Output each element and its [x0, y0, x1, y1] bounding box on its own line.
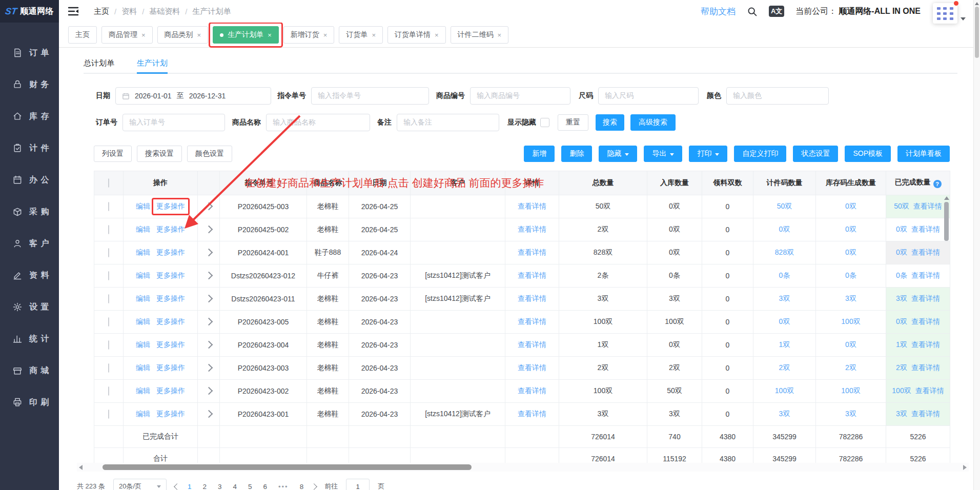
row-checkbox[interactable]: [108, 225, 109, 234]
edit-link[interactable]: 编辑: [136, 294, 150, 303]
date-range-input[interactable]: 2026-01-01 至 2026-12-31: [115, 87, 271, 105]
page-number-1[interactable]: 1: [188, 483, 192, 490]
sidebar-item-order[interactable]: 订 单: [0, 37, 59, 69]
sidebar-item-print[interactable]: 印 刷: [0, 386, 59, 418]
done-detail-link[interactable]: 查看详情: [915, 386, 944, 396]
quick-panel-widget[interactable]: [933, 3, 957, 24]
stock-qty-link[interactable]: 3双: [845, 410, 856, 418]
table-horizontal-scrollbar[interactable]: [77, 463, 969, 472]
view-detail-link[interactable]: 查看详情: [518, 202, 546, 210]
expand-row-icon[interactable]: [205, 272, 213, 280]
product-code-input[interactable]: 输入商品编号: [470, 87, 570, 105]
sidebar-item-inventory[interactable]: 库 存: [0, 100, 59, 132]
stock-qty-link[interactable]: 0双: [845, 340, 856, 349]
tab-product-manage[interactable]: 商品管理×: [101, 26, 153, 44]
more-ops-link[interactable]: 更多操作: [156, 410, 185, 418]
reset-button[interactable]: 重置: [558, 114, 588, 131]
help-doc-link[interactable]: 帮助文档: [701, 6, 736, 17]
expand-row-icon[interactable]: [205, 364, 213, 372]
piece-qty-link[interactable]: 3双: [779, 410, 790, 418]
delete-button[interactable]: 删除: [561, 146, 592, 162]
done-detail-link[interactable]: 查看详情: [911, 248, 940, 257]
page-size-select[interactable]: 20条/页: [113, 479, 167, 490]
row-checkbox[interactable]: [108, 271, 109, 280]
sidebar-item-stats[interactable]: 统 计: [0, 323, 59, 355]
piece-qty-link[interactable]: 0双: [779, 225, 790, 233]
breadcrumb-item[interactable]: 资料: [121, 7, 137, 16]
tab-piece-qrcode[interactable]: 计件二维码×: [451, 26, 509, 44]
scroll-left-arrow-icon[interactable]: [79, 465, 83, 470]
stock-qty-link[interactable]: 2双: [845, 363, 856, 372]
adv-search-button[interactable]: 高级搜索: [630, 114, 676, 131]
page-scrollbar-thumb[interactable]: [975, 7, 979, 58]
edit-link[interactable]: 编辑: [136, 248, 150, 257]
breadcrumb-item[interactable]: 主页: [94, 7, 109, 16]
prev-page-button[interactable]: [174, 483, 180, 490]
view-detail-link[interactable]: 查看详情: [518, 410, 546, 418]
row-checkbox[interactable]: [108, 202, 109, 211]
translate-icon[interactable]: A文: [769, 6, 784, 17]
sort-icon[interactable]: [277, 179, 282, 187]
stock-qty-link[interactable]: 0双: [845, 202, 856, 210]
row-checkbox[interactable]: [108, 410, 109, 419]
column-settings-button[interactable]: 列设置: [94, 146, 132, 162]
tab-order-detail[interactable]: 订货单详情×: [387, 26, 446, 44]
page-number-8[interactable]: 8: [300, 483, 304, 490]
piece-qty-link[interactable]: 2双: [779, 363, 790, 372]
done-detail-link[interactable]: 查看详情: [911, 363, 940, 373]
tab-new-order[interactable]: 新增订货×: [283, 26, 335, 44]
piece-qty-link[interactable]: 1双: [779, 340, 790, 349]
subtab-total-plan[interactable]: 总计划单: [84, 53, 114, 73]
piece-qty-link[interactable]: 828双: [775, 248, 794, 256]
scroll-right-arrow-icon[interactable]: [963, 465, 967, 470]
plan-board-button[interactable]: 计划单看板: [897, 146, 950, 162]
edit-link[interactable]: 编辑: [136, 340, 150, 350]
page-number-6[interactable]: 6: [263, 483, 268, 490]
expand-row-icon[interactable]: [205, 387, 213, 395]
sidebar-item-finance[interactable]: 财 务: [0, 69, 59, 100]
piece-qty-link[interactable]: 3双: [779, 294, 790, 302]
piece-qty-link[interactable]: 50双: [777, 202, 792, 210]
close-tab-icon[interactable]: ×: [435, 31, 439, 39]
view-detail-link[interactable]: 查看详情: [518, 363, 546, 372]
search-button[interactable]: 搜索: [596, 114, 624, 131]
edit-link[interactable]: 编辑: [136, 386, 150, 396]
expand-row-icon[interactable]: [205, 410, 213, 418]
sort-desc-icon[interactable]: [277, 183, 282, 187]
close-tab-icon[interactable]: ×: [323, 31, 328, 39]
goto-page-input[interactable]: 1: [346, 479, 370, 490]
edit-link[interactable]: 编辑: [136, 225, 150, 234]
color-settings-button[interactable]: 颜色设置: [187, 146, 232, 162]
view-detail-link[interactable]: 查看详情: [518, 225, 546, 233]
page-ellipsis[interactable]: •••: [278, 483, 289, 490]
done-detail-link[interactable]: 查看详情: [911, 225, 940, 234]
close-tab-icon[interactable]: ×: [498, 31, 502, 39]
next-page-button[interactable]: [311, 483, 317, 490]
edit-link[interactable]: 编辑: [136, 202, 150, 211]
piece-qty-link[interactable]: 0条: [779, 271, 790, 279]
subtab-production[interactable]: 生产计划: [137, 53, 168, 73]
status-set-button[interactable]: 状态设置: [793, 146, 838, 162]
sop-template-button[interactable]: SOP模板: [845, 146, 891, 162]
stock-qty-link[interactable]: 100双: [841, 317, 860, 325]
search-icon[interactable]: [747, 6, 758, 17]
expand-row-icon[interactable]: [205, 202, 213, 211]
size-input[interactable]: 输入尺码: [598, 87, 699, 105]
view-detail-link[interactable]: 查看详情: [518, 294, 546, 302]
sidebar-item-piecework[interactable]: 计 件: [0, 132, 59, 164]
more-ops-link[interactable]: 更多操作: [156, 340, 185, 349]
stock-qty-link[interactable]: 0双: [845, 225, 856, 233]
cmd-no-input[interactable]: 输入指令单号: [311, 87, 429, 105]
table-scrollbar-thumb[interactable]: [944, 202, 949, 241]
sidebar-item-data[interactable]: 资 料: [0, 259, 59, 291]
scroll-up-arrow-icon[interactable]: [944, 196, 949, 200]
sidebar-item-settings[interactable]: 设 置: [0, 291, 59, 323]
tab-home[interactable]: 主页: [68, 26, 97, 44]
expand-row-icon[interactable]: [205, 226, 213, 234]
stock-qty-link[interactable]: 0条: [845, 271, 856, 279]
table-vertical-scrollbar[interactable]: [943, 195, 950, 421]
more-ops-link[interactable]: 更多操作: [156, 202, 185, 210]
close-tab-icon[interactable]: ×: [268, 31, 272, 39]
export-button[interactable]: 导出: [644, 146, 682, 162]
close-tab-icon[interactable]: ×: [372, 31, 376, 39]
